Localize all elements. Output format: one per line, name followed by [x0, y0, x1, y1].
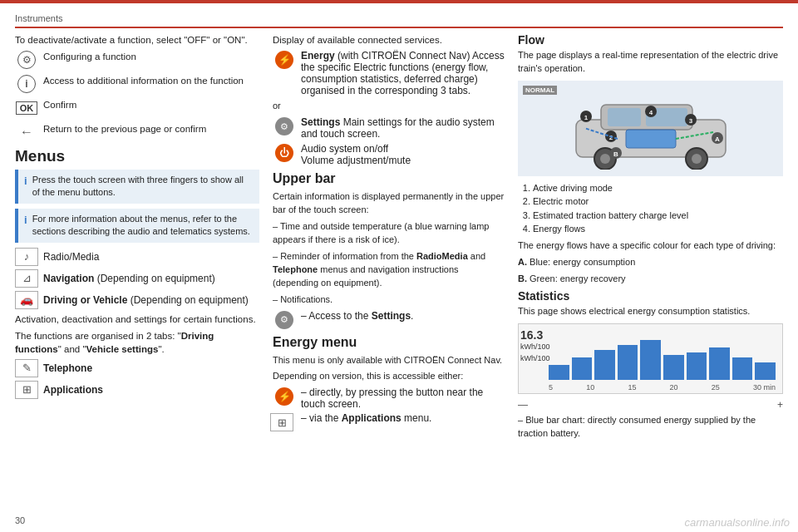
settings-text: Settings Main settings for the audio sys…	[301, 116, 506, 140]
menu-item-vehicle: 🚗 Driving or Vehicle (Depending on equip…	[15, 291, 259, 309]
info-box-1: i Press the touch screen with three fing…	[15, 170, 259, 204]
svg-rect-2	[608, 108, 641, 126]
nav-icon: ⊿	[15, 269, 38, 288]
chart-note: – Blue bar chart: directly consumed ener…	[518, 414, 783, 441]
bolt-icon-box-2: ⚡	[273, 387, 296, 406]
flow-text2: The energy flows have a specific colour …	[518, 239, 783, 253]
menu-item-nav: ⊿ Navigation (Depending on equipment)	[15, 269, 259, 288]
grid-icon-box: ⊞	[273, 412, 296, 432]
info-box-1-text: Press the touch screen with three finger…	[32, 174, 254, 200]
chart-controls: — +	[518, 399, 783, 411]
bar-5	[663, 355, 684, 380]
energy-chart: 16.3 kWh/100 kWh/100 5 10 15	[518, 323, 783, 394]
bolt-icon-2: ⚡	[275, 387, 293, 406]
display-text: Display of available connected services.	[273, 33, 506, 47]
audio-row: ⏻ Audio system on/off Volume adjustment/…	[273, 143, 506, 166]
energy-direct-text: – directly, by pressing the button near …	[301, 387, 506, 410]
upper-bar-heading: Upper bar	[273, 171, 506, 186]
menu-item-telephone-label: Telephone	[43, 362, 92, 374]
settings-row: ⚙ Settings Main settings for the audio s…	[273, 116, 506, 140]
gear-icon-box: ⚙	[15, 50, 38, 70]
or-text: or	[273, 100, 506, 113]
ok-icon: OK	[16, 101, 38, 115]
info-icon-1: i	[24, 174, 27, 200]
page-number: 30	[15, 515, 25, 525]
icon-row-arrow: ← Return to the previous page or confirm	[15, 122, 259, 142]
bolt-icon: ⚡	[275, 51, 293, 69]
chart-x-labels: 5 10 15 20 25 30 min	[549, 383, 776, 392]
ok-icon-box: OK	[15, 98, 38, 118]
chart-unit-label: 16.3 kWh/100 kWh/100	[520, 328, 550, 364]
list-item-2: Electric motor	[533, 195, 783, 209]
info-box-2: i For more information about the menus, …	[15, 209, 259, 243]
svg-rect-8	[626, 130, 676, 148]
col-mid: Display of available connected services.…	[273, 33, 518, 444]
columns: To deactivate/activate a function, selec…	[15, 33, 783, 444]
audio-icon-box: ⏻	[273, 143, 296, 163]
col-left: To deactivate/activate a function, selec…	[15, 33, 273, 444]
energy-app-text: – via the Applications menu.	[301, 412, 431, 424]
pencil-icon: ✎	[15, 359, 38, 377]
settings-access-text: – Access to the Settings.	[301, 310, 413, 322]
car-diagram: NORMAL	[518, 81, 783, 176]
energy-text: Energy (with CITROËN Connect Nav) Access…	[301, 50, 506, 96]
flow-ab-b: B. Green: energy recovery	[518, 273, 783, 286]
header-title: Instruments	[15, 8, 783, 28]
chart-minus[interactable]: —	[518, 399, 528, 411]
upper-bar-item-1: – Reminder of information from the Radio…	[273, 250, 506, 290]
col-right: Flow The page displays a real-time repre…	[518, 33, 783, 444]
bar-2	[594, 350, 615, 379]
bar-9	[755, 362, 776, 380]
list-item-1: Active driving mode	[533, 181, 783, 195]
back-arrow-icon: ←	[20, 125, 33, 140]
car-svg: 1 4 2 3 A B	[559, 86, 742, 170]
settings-gear-icon: ⚙	[275, 117, 293, 135]
activation-text: Activation, deactivation and settings fo…	[15, 313, 259, 326]
upper-bar-text: Certain information is displayed permane…	[273, 190, 506, 217]
car-icon: 🚗	[15, 291, 38, 309]
audio-power-icon: ⏻	[275, 144, 293, 162]
flow-text: The page displays a real-time representa…	[518, 49, 783, 76]
settings-access-row: ⚙ – Access to the Settings.	[273, 310, 506, 330]
arrow-icon-box: ←	[15, 122, 38, 142]
numbered-list: Active driving mode Electric motor Estim…	[518, 181, 783, 236]
ok-icon-text: Confirm	[43, 98, 76, 111]
grid-icon: ⊞	[15, 381, 38, 399]
energy-menu-heading: Energy menu	[273, 335, 506, 350]
energy-menu-text1: This menu is only available with CITROËN…	[273, 354, 506, 367]
svg-text:4: 4	[648, 109, 653, 116]
menu-item-nav-label: Navigation (Depending on equipment)	[43, 273, 215, 284]
bar-1	[572, 357, 593, 380]
gear-icon-text: Configuring a function	[43, 50, 136, 63]
grid-icon-2: ⊞	[270, 413, 293, 431]
menu-item-telephone: ✎ Telephone	[15, 359, 259, 377]
energy-row: ⚡ Energy (with CITROËN Connect Nav) Acce…	[273, 50, 506, 96]
x-label-5: 30 min	[753, 383, 776, 392]
icon-row-ok: OK Confirm	[15, 98, 259, 118]
bar-3	[618, 345, 638, 379]
info-box-2-text: For more information about the menus, re…	[32, 213, 254, 239]
energy-menu-text2: Depending on version, this is accessible…	[273, 370, 506, 383]
arrow-icon-text: Return to the previous page or confirm	[43, 122, 206, 135]
info-icon-2: i	[24, 213, 27, 239]
svg-text:B: B	[613, 150, 618, 158]
energy-direct-row: ⚡ – directly, by pressing the button nea…	[273, 387, 506, 410]
music-icon: ♪	[15, 248, 38, 266]
menus-heading: Menus	[15, 147, 259, 165]
list-item-3: Estimated traction battery charge level	[533, 209, 783, 223]
intro-text: To deactivate/activate a function, selec…	[15, 33, 259, 47]
flow-ab-a: A. Blue: energy consumption	[518, 256, 783, 269]
upper-bar-item-2: – Notifications.	[273, 293, 506, 307]
svg-text:3: 3	[688, 117, 692, 125]
menu-item-radio-label: Radio/Media	[43, 251, 99, 263]
x-label-4: 25	[712, 383, 720, 392]
menu-item-vehicle-label: Driving or Vehicle (Depending on equipme…	[43, 294, 249, 306]
bar-6	[687, 352, 707, 379]
chart-plus[interactable]: +	[777, 399, 783, 411]
flow-heading: Flow	[518, 33, 783, 47]
top-bar	[0, 0, 798, 3]
upper-bar-item-0: – Time and outside temperature (a blue w…	[273, 220, 506, 247]
x-label-2: 15	[628, 383, 636, 392]
menu-item-applications-label: Applications	[43, 384, 103, 396]
icon-row-info: i Access to additional information on th…	[15, 74, 259, 94]
